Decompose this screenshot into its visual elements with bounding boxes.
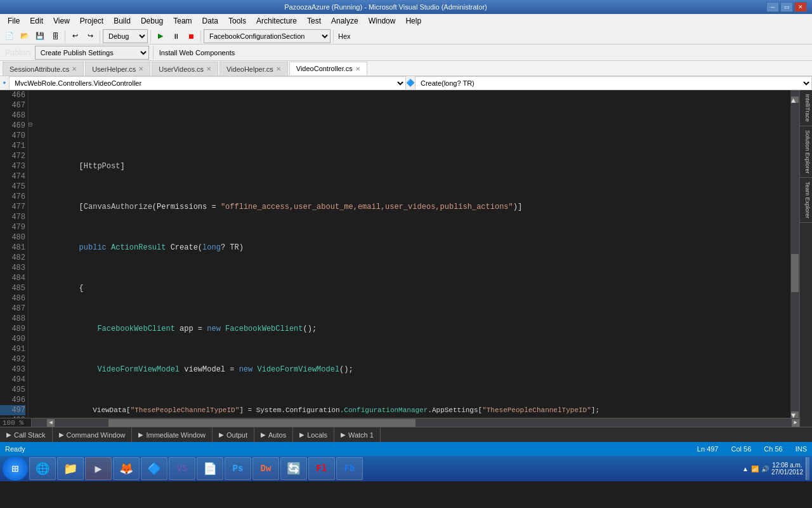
- h-scroll-right[interactable]: ►: [792, 419, 799, 427]
- app-firefox[interactable]: 🦊: [113, 457, 140, 480]
- line-num-484: 484: [0, 273, 25, 283]
- hex-button[interactable]: Hex: [336, 29, 353, 43]
- app-explorer[interactable]: 📁: [57, 457, 84, 480]
- start-button[interactable]: ▶: [154, 29, 167, 43]
- h-scroll-track[interactable]: ◄ ►: [32, 418, 799, 427]
- immediate-window-tab[interactable]: ▶ Immediate Window: [132, 427, 213, 443]
- app-ps[interactable]: Ps: [225, 457, 251, 480]
- app-flash[interactable]: Fl: [308, 457, 335, 480]
- class-icon: 🔹: [0, 79, 9, 87]
- pause-button[interactable]: ⏸: [169, 29, 183, 43]
- autos-tab[interactable]: ▶ Autos: [254, 427, 293, 443]
- solution-explorer-tab[interactable]: Solution Explorer: [800, 126, 812, 178]
- command-window-tab[interactable]: ▶ Command Window: [53, 427, 133, 443]
- intellitrace-tab[interactable]: IntelliTrace: [800, 90, 812, 126]
- stop-button[interactable]: ⏹: [184, 29, 198, 43]
- menu-tools[interactable]: Tools: [223, 15, 251, 27]
- install-label: Install Web Components: [159, 49, 235, 57]
- class-nav-dropdown[interactable]: MvcWebRole.Controllers.VideoController: [9, 76, 406, 90]
- tab-close-icon[interactable]: ✕: [138, 65, 143, 72]
- restore-button[interactable]: ▭: [780, 2, 793, 12]
- tab-user-videos[interactable]: UserVideos.cs ✕: [152, 62, 218, 76]
- tab-close-icon[interactable]: ✕: [206, 65, 211, 72]
- tab-close-icon[interactable]: ✕: [72, 65, 77, 72]
- output-tab[interactable]: ▶ Output: [213, 427, 254, 443]
- h-scroll-left[interactable]: ◄: [47, 419, 55, 427]
- platform-dropdown[interactable]: FacebookConfigurationSection: [204, 29, 331, 43]
- line-num-466: 466: [0, 90, 25, 100]
- scroll-thumb[interactable]: [791, 254, 799, 292]
- menu-debug[interactable]: Debug: [136, 15, 168, 27]
- undo-button[interactable]: ↩: [68, 29, 82, 43]
- vertical-scrollbar[interactable]: ▲ ▼: [790, 90, 799, 418]
- app-browser[interactable]: 🌐: [29, 457, 56, 480]
- code-content[interactable]: [HttpPost] [CanvasAuthorize(Permissions …: [37, 90, 790, 418]
- close-button[interactable]: ✕: [794, 2, 807, 12]
- menu-team[interactable]: Team: [168, 15, 197, 27]
- line-num-468: 468: [0, 110, 25, 121]
- tray-time: 12:08 a.m. 27/01/2012: [771, 462, 803, 476]
- watch1-label: Watch 1: [348, 431, 374, 439]
- app-word[interactable]: 📄: [197, 457, 223, 480]
- watch1-tab[interactable]: ▶ Watch 1: [334, 427, 381, 443]
- main-toolbar: 📄 📂 💾 🗄 ↩ ↪ Debug Release ▶ ⏸ ⏹ Facebook…: [0, 28, 812, 44]
- locals-tab[interactable]: ▶ Locals: [293, 427, 334, 443]
- menu-help[interactable]: Help: [400, 15, 426, 27]
- menu-architecture[interactable]: Architecture: [251, 15, 302, 27]
- immediate-window-icon: ▶: [138, 431, 143, 438]
- app-7[interactable]: 🔷: [141, 457, 167, 480]
- app-fb[interactable]: Fb: [336, 457, 363, 480]
- output-icon: ▶: [219, 431, 224, 438]
- publish-label: Publish:: [5, 48, 32, 57]
- collapse-469[interactable]: ⊟: [29, 121, 37, 131]
- tab-user-helper[interactable]: UserHelper.cs ✕: [85, 62, 150, 76]
- line-numbers: 466 467 468 469 470 471 472 473 474 475 …: [0, 90, 29, 418]
- tab-video-helper[interactable]: VideoHelper.cs ✕: [219, 62, 288, 76]
- tab-video-controller[interactable]: VideoController.cs ✕: [289, 62, 367, 76]
- menu-project[interactable]: Project: [75, 15, 108, 27]
- save-all-button[interactable]: 🗄: [48, 29, 62, 43]
- app-media[interactable]: ▶: [85, 457, 112, 480]
- publish-settings-dropdown[interactable]: Create Publish Settings: [35, 46, 149, 60]
- minimize-button[interactable]: ─: [766, 2, 779, 12]
- separator2: [100, 30, 100, 43]
- start-button[interactable]: ⊞: [3, 457, 28, 481]
- show-desktop-button[interactable]: [806, 457, 809, 480]
- call-stack-tab[interactable]: ▶ Call Stack: [0, 427, 53, 443]
- menu-bar: File Edit View Project Build Debug Team …: [0, 14, 812, 28]
- line-num-480: 480: [0, 232, 25, 243]
- h-scroll-thumb[interactable]: [108, 419, 416, 427]
- new-project-button[interactable]: 📄: [3, 29, 16, 43]
- line-num-486: 486: [0, 293, 25, 304]
- line-num-479: 479: [0, 222, 25, 232]
- menu-file[interactable]: File: [3, 15, 25, 27]
- code-line-473: ViewData["ThesePeopleChannelTypeID"] = S…: [43, 405, 790, 415]
- config-dropdown[interactable]: Debug Release: [103, 29, 148, 43]
- menu-test[interactable]: Test: [302, 15, 326, 27]
- line-num-485: 485: [0, 283, 25, 293]
- menu-view[interactable]: View: [48, 15, 75, 27]
- line-num-467: 467: [0, 100, 25, 110]
- open-button[interactable]: 📂: [18, 29, 32, 43]
- code-view: 466 467 468 469 470 471 472 473 474 475 …: [0, 90, 799, 418]
- scroll-down-button[interactable]: ▼: [791, 411, 799, 418]
- tab-session-attribute[interactable]: SessionAttribute.cs ✕: [3, 62, 84, 76]
- app-dw[interactable]: Dw: [252, 457, 279, 480]
- line-num-490: 490: [0, 334, 25, 344]
- save-button[interactable]: 💾: [33, 29, 47, 43]
- redo-button[interactable]: ↪: [83, 29, 97, 43]
- scroll-up-button[interactable]: ▲: [791, 97, 799, 103]
- menu-data[interactable]: Data: [197, 15, 223, 27]
- line-num-493: 493: [0, 364, 25, 375]
- team-explorer-tab[interactable]: Team Explorer: [800, 178, 812, 223]
- app-vs[interactable]: VS: [169, 457, 195, 480]
- tab-close-icon[interactable]: ✕: [276, 65, 281, 72]
- menu-edit[interactable]: Edit: [25, 15, 48, 27]
- app-loop[interactable]: 🔄: [280, 457, 307, 480]
- install-web-components-button[interactable]: Install Web Components: [157, 46, 237, 60]
- menu-build[interactable]: Build: [108, 15, 136, 27]
- method-nav-dropdown[interactable]: Create(long? TR): [415, 76, 812, 90]
- tab-close-icon[interactable]: ✕: [355, 65, 360, 72]
- menu-window[interactable]: Window: [363, 15, 401, 27]
- menu-analyze[interactable]: Analyze: [326, 15, 363, 27]
